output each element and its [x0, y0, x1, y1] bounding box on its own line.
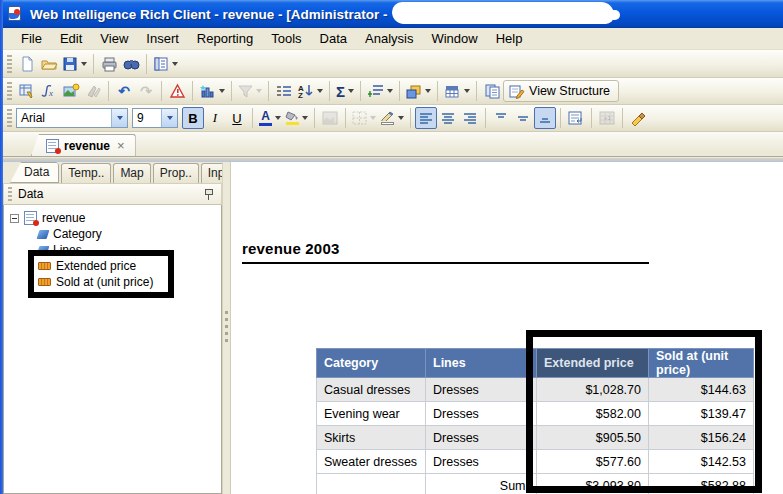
- alerter-button[interactable]: [166, 80, 188, 102]
- report-toolbar: x ↶ ↷: [3, 78, 783, 105]
- wrap-text-button[interactable]: [565, 107, 587, 129]
- borders-button[interactable]: [350, 107, 378, 129]
- filter-button[interactable]: [236, 80, 264, 102]
- close-icon[interactable]: ×: [117, 138, 125, 153]
- menu-data[interactable]: Data: [311, 29, 356, 48]
- tree-item-category[interactable]: Category: [10, 226, 219, 242]
- align-center-button[interactable]: [437, 107, 459, 129]
- pen-dropdown-arrow[interactable]: [398, 116, 404, 120]
- page-layout-button[interactable]: [151, 53, 180, 75]
- cell-category[interactable]: Evening wear: [317, 402, 426, 426]
- view-structure-icon: [509, 84, 525, 99]
- sort-button[interactable]: AZ: [295, 80, 325, 102]
- cell-lines[interactable]: Dresses: [426, 450, 537, 474]
- align-right-button[interactable]: [459, 107, 481, 129]
- sidebar-tab-map[interactable]: Map: [113, 163, 150, 183]
- open-button[interactable]: [38, 53, 60, 75]
- font-color-button[interactable]: A: [257, 107, 283, 129]
- pin-icon[interactable]: [203, 188, 215, 201]
- toolbar-grip[interactable]: [7, 82, 12, 100]
- fill-color-dropdown-arrow[interactable]: [302, 116, 308, 120]
- toolbar-grip[interactable]: [7, 55, 12, 73]
- edit-query-button[interactable]: [16, 80, 38, 102]
- new-document-button[interactable]: [16, 53, 38, 75]
- sort-dropdown-arrow[interactable]: [317, 89, 323, 93]
- undo-button[interactable]: ↶: [113, 80, 135, 102]
- insert-image-button[interactable]: [60, 80, 82, 102]
- underline-button[interactable]: U: [226, 107, 248, 129]
- font-color-dropdown-arrow[interactable]: [275, 116, 281, 120]
- insert-chart-dropdown-arrow[interactable]: [219, 89, 225, 93]
- insert-sum-button[interactable]: Σ: [334, 80, 356, 102]
- insert-table-button[interactable]: [442, 80, 472, 102]
- save-button[interactable]: [60, 53, 89, 75]
- menu-view[interactable]: View: [91, 29, 137, 48]
- font-size-value: 9: [133, 111, 161, 125]
- cell-lines[interactable]: Dresses: [426, 378, 537, 402]
- page-layout-dropdown-arrow[interactable]: [172, 62, 178, 66]
- alerter-icon: [169, 83, 186, 99]
- purge-data-button[interactable]: [82, 80, 104, 102]
- pen-button[interactable]: [378, 107, 406, 129]
- header-lines[interactable]: Lines: [426, 349, 537, 378]
- font-size-dropdown[interactable]: [161, 109, 177, 127]
- print-button[interactable]: [98, 53, 120, 75]
- borders-dropdown-arrow[interactable]: [370, 116, 376, 120]
- format-painter-button[interactable]: [627, 107, 649, 129]
- merge-cells-button[interactable]: +1: [596, 107, 618, 129]
- sidebar-tab-templates[interactable]: Temp..: [61, 163, 111, 183]
- insert-sum-dropdown-arrow[interactable]: [348, 89, 354, 93]
- valign-bottom-button[interactable]: [534, 107, 556, 129]
- fill-color-button[interactable]: [283, 107, 310, 129]
- cell-sum-label[interactable]: Sum:: [426, 474, 537, 494]
- menu-file[interactable]: File: [12, 29, 51, 48]
- image-button[interactable]: [319, 107, 341, 129]
- valign-top-button[interactable]: [490, 107, 512, 129]
- font-family-select[interactable]: Arial: [16, 108, 128, 128]
- toolbar-grip[interactable]: [7, 109, 12, 127]
- layers-button[interactable]: [404, 80, 433, 102]
- formula-button[interactable]: x: [38, 80, 60, 102]
- save-dropdown-arrow[interactable]: [81, 62, 87, 66]
- cell-category[interactable]: Casual dresses: [317, 378, 426, 402]
- menu-tools[interactable]: Tools: [262, 29, 310, 48]
- menu-analysis[interactable]: Analysis: [356, 29, 422, 48]
- cell-category[interactable]: Skirts: [317, 426, 426, 450]
- duplicate-button[interactable]: [481, 80, 503, 102]
- layers-dropdown-arrow[interactable]: [425, 89, 431, 93]
- cell-lines[interactable]: Dresses: [426, 402, 537, 426]
- menu-edit[interactable]: Edit: [51, 29, 91, 48]
- bold-button[interactable]: B: [182, 107, 204, 129]
- menu-insert[interactable]: Insert: [137, 29, 188, 48]
- menu-window[interactable]: Window: [422, 29, 486, 48]
- sidebar-tab-data[interactable]: Data: [10, 162, 59, 183]
- align-left-button[interactable]: [415, 107, 437, 129]
- tree-item-revenue[interactable]: revenue: [10, 210, 219, 226]
- menu-reporting[interactable]: Reporting: [188, 29, 262, 48]
- menu-help[interactable]: Help: [487, 29, 532, 48]
- title-bar[interactable]: Web Intelligence Rich Client - revenue -…: [0, 0, 783, 28]
- outline-button[interactable]: [273, 80, 295, 102]
- font-size-select[interactable]: 9: [132, 108, 178, 128]
- sidebar-tab-properties[interactable]: Prop..: [153, 163, 199, 183]
- italic-button[interactable]: I: [204, 107, 226, 129]
- insert-table-dropdown-arrow[interactable]: [464, 89, 470, 93]
- cell-empty[interactable]: [317, 474, 426, 494]
- filter-dropdown-arrow[interactable]: [256, 89, 262, 93]
- insert-chart-button[interactable]: [197, 80, 227, 102]
- view-structure-button[interactable]: View Structure: [503, 80, 619, 102]
- find-button[interactable]: [120, 53, 142, 75]
- report-title[interactable]: revenue 2003: [242, 240, 649, 264]
- break-dropdown-arrow[interactable]: [387, 89, 393, 93]
- header-category[interactable]: Category: [317, 349, 426, 378]
- valign-middle-button[interactable]: [512, 107, 534, 129]
- panel-grip[interactable]: [8, 187, 12, 201]
- redo-button[interactable]: ↷: [135, 80, 157, 102]
- font-family-dropdown[interactable]: [111, 109, 127, 127]
- collapse-icon[interactable]: [10, 214, 19, 223]
- break-button[interactable]: [365, 80, 395, 102]
- document-tab-revenue[interactable]: revenue ×: [31, 134, 136, 156]
- panel-splitter[interactable]: [222, 162, 230, 494]
- cell-category[interactable]: Sweater dresses: [317, 450, 426, 474]
- cell-lines[interactable]: Dresses: [426, 426, 537, 450]
